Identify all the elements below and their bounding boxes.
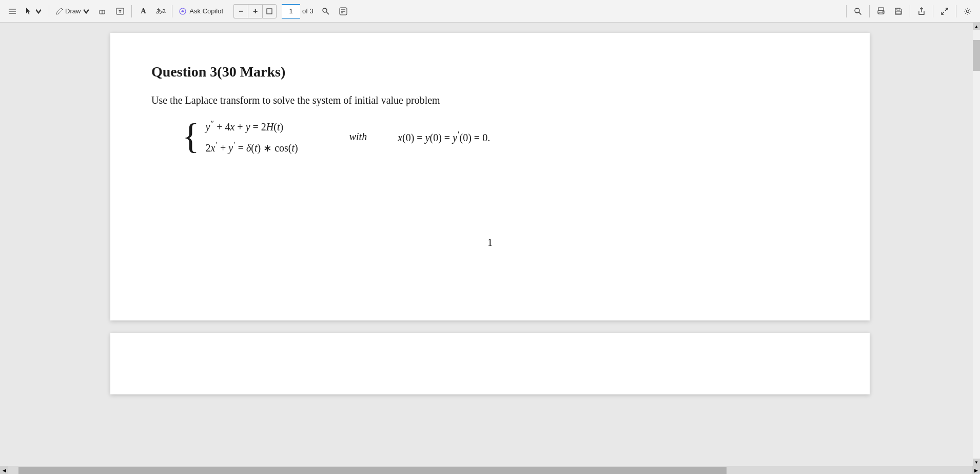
- svg-text:T: T: [119, 9, 122, 14]
- scroll-down-button[interactable]: ▼: [973, 459, 980, 466]
- draw-icon: [55, 7, 64, 15]
- eraser-icon: [99, 7, 107, 15]
- math-block: { y″ + 4x + y = 2H(t) 2x′ + y′ = δ(t) ∗ …: [182, 119, 829, 155]
- svg-rect-21: [897, 8, 900, 10]
- scroll-right-button[interactable]: ▶: [972, 466, 980, 475]
- divider-right-1: [846, 5, 847, 17]
- save-button[interactable]: [890, 3, 907, 20]
- menu-icon: [8, 7, 16, 15]
- print-button[interactable]: [873, 3, 889, 20]
- copilot-label: Ask Copilot: [189, 7, 223, 15]
- initial-conditions-group: with x(0) = y(0) = y′(0) = 0.: [349, 130, 490, 144]
- document-page-2: [110, 333, 870, 394]
- document-page-1: Question 3(30 Marks) Use the Laplace tra…: [110, 33, 870, 320]
- textbox-button[interactable]: T: [112, 3, 128, 20]
- copilot-icon: [179, 7, 187, 15]
- cursor-button[interactable]: [22, 3, 46, 20]
- draw-button[interactable]: Draw: [52, 3, 93, 20]
- cursor-icon: [25, 7, 33, 15]
- svg-rect-22: [896, 11, 901, 14]
- main-area: ▲ ▼ Question 3(30 Marks) Use the Laplace…: [0, 23, 980, 474]
- textbox-icon: T: [116, 7, 124, 15]
- divider-3: [172, 5, 172, 17]
- scroll-up-button[interactable]: ▲: [973, 23, 980, 30]
- print-icon: [877, 7, 885, 15]
- equation-2: 2x′ + y′ = δ(t) ∗ cos(t): [206, 140, 298, 154]
- svg-rect-8: [267, 9, 272, 14]
- language-button[interactable]: あa: [152, 3, 169, 20]
- share-button[interactable]: [913, 3, 930, 20]
- horizontal-scrollbar[interactable]: ◀ ▶: [0, 466, 980, 474]
- page-input-group: of 3: [282, 4, 313, 18]
- language-label: あa: [156, 7, 166, 15]
- question-title: Question 3(30 Marks): [151, 64, 829, 80]
- svg-rect-1: [9, 11, 16, 12]
- svg-point-20: [883, 11, 884, 12]
- page-separator: [110, 320, 870, 333]
- svg-point-15: [855, 8, 859, 13]
- find-icon: [322, 7, 330, 15]
- search-button[interactable]: [850, 3, 866, 20]
- svg-rect-19: [879, 12, 883, 14]
- svg-point-23: [967, 10, 969, 12]
- font-label: A: [141, 7, 146, 15]
- divider-2: [131, 5, 132, 17]
- scroll-track-horizontal[interactable]: [8, 466, 972, 475]
- svg-rect-0: [9, 9, 16, 10]
- draw-label: Draw: [65, 7, 81, 15]
- vertical-scrollbar[interactable]: ▲ ▼: [973, 23, 980, 466]
- divider-right-3: [910, 5, 910, 17]
- divider-right-2: [869, 5, 870, 17]
- zoom-out-button[interactable]: −: [233, 4, 248, 18]
- toolbar-right: [844, 3, 976, 20]
- page-number: 1: [151, 237, 829, 249]
- scroll-thumb[interactable]: [973, 40, 980, 71]
- equations-list: y″ + 4x + y = 2H(t) 2x′ + y′ = δ(t) ∗ co…: [206, 119, 298, 154]
- eraser-button[interactable]: [94, 3, 111, 20]
- divider-right-4: [933, 5, 933, 17]
- page-navigation: − +: [233, 4, 277, 18]
- font-button[interactable]: A: [135, 3, 151, 20]
- fit-icon: [266, 8, 273, 15]
- expand-icon: [940, 7, 949, 15]
- equations-system: { y″ + 4x + y = 2H(t) 2x′ + y′ = δ(t) ∗ …: [182, 119, 298, 155]
- find-button[interactable]: [318, 3, 334, 20]
- svg-line-10: [326, 12, 329, 14]
- more-options-button[interactable]: [335, 3, 351, 20]
- svg-rect-17: [878, 8, 884, 10]
- initial-conditions: x(0) = y(0) = y′(0) = 0.: [398, 130, 490, 144]
- toolbar: Draw T A あa Ask Copilot −: [0, 0, 980, 23]
- page-of-label: of 3: [302, 7, 313, 15]
- menu-button[interactable]: [4, 3, 21, 20]
- scroll-thumb-horizontal[interactable]: [18, 467, 727, 474]
- copilot-button[interactable]: Ask Copilot: [175, 3, 226, 20]
- svg-point-9: [323, 8, 327, 12]
- chevron-down-icon: [34, 7, 43, 15]
- search-icon: [854, 7, 862, 15]
- divider-right-5: [956, 5, 956, 17]
- divider-1: [49, 5, 49, 17]
- save-icon: [894, 7, 903, 15]
- draw-chevron-icon: [82, 7, 90, 15]
- settings-icon: [964, 7, 972, 15]
- scroll-left-button[interactable]: ◀: [0, 466, 8, 475]
- with-text: with: [349, 131, 367, 143]
- fit-page-button[interactable]: [262, 4, 277, 18]
- expand-button[interactable]: [936, 3, 953, 20]
- svg-rect-2: [9, 13, 16, 14]
- share-icon: [917, 7, 926, 15]
- svg-line-16: [859, 12, 861, 15]
- intro-text: Use the Laplace transform to solve the s…: [151, 94, 829, 106]
- scroll-track: [973, 30, 980, 459]
- settings-button[interactable]: [959, 3, 976, 20]
- document-container[interactable]: ▲ ▼ Question 3(30 Marks) Use the Laplace…: [0, 23, 980, 466]
- equation-1: y″ + 4x + y = 2H(t): [206, 119, 298, 133]
- more-options-icon: [339, 7, 347, 15]
- page-number-input[interactable]: [282, 4, 300, 18]
- zoom-in-button[interactable]: +: [248, 4, 262, 18]
- left-brace: {: [182, 119, 200, 155]
